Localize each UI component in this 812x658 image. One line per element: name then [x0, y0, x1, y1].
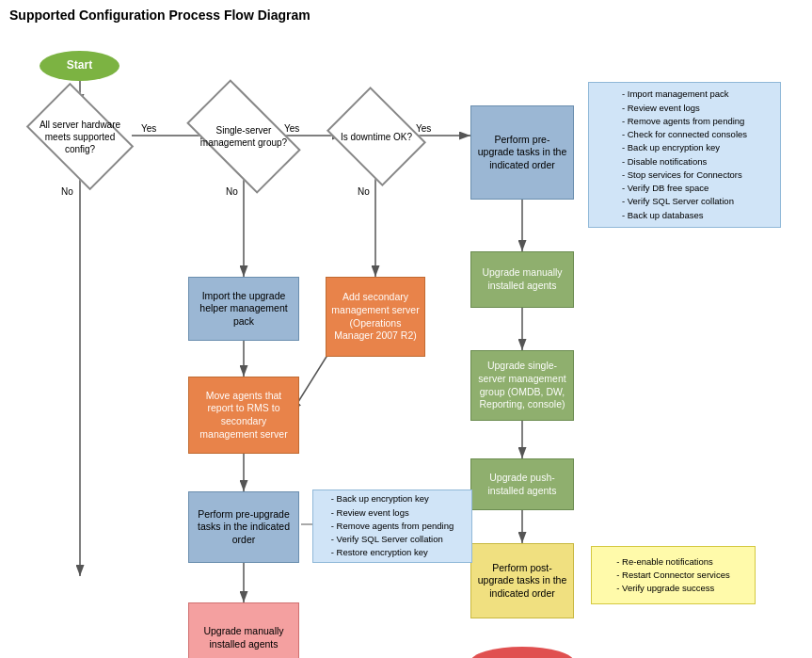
flow-area: Yes No Yes No Yes No: [9, 30, 803, 642]
perform-pre-right-shape: Perform pre-upgrade tasks in the indicat…: [470, 105, 574, 200]
move-agents-shape: Move agents that report to RMS to second…: [188, 377, 299, 454]
diagram-container: Supported Configuration Process Flow Dia…: [0, 0, 812, 658]
diagram-title: Supported Configuration Process Flow Dia…: [9, 8, 803, 23]
diamond2-shape: Single-server management group?: [194, 105, 294, 168]
svg-text:No: No: [61, 186, 73, 197]
start-shape: Start: [40, 51, 119, 81]
svg-text:No: No: [358, 186, 370, 197]
callout-post-text: - Re-enable notifications - Restart Conn…: [616, 555, 729, 596]
callout-left-shape: - Back up encryption key - Review event …: [312, 489, 472, 563]
callout-post-shape: - Re-enable notifications - Restart Conn…: [591, 546, 756, 604]
svg-text:No: No: [226, 186, 238, 197]
callout-right-shape: - Import management pack - Review event …: [588, 82, 781, 228]
continue-oval-shape: Continue: [470, 647, 574, 658]
upgrade-manually-left-shape: Upgrade manually installed agents: [188, 602, 299, 658]
upgrade-push-shape: Upgrade push-installed agents: [470, 458, 574, 510]
perform-post-shape: Perform post-upgrade tasks in the indica…: [470, 543, 574, 618]
diamond1-shape: All server hardware meets supported conf…: [35, 105, 125, 168]
svg-text:Yes: Yes: [416, 123, 431, 134]
import-pack-shape: Import the upgrade helper management pac…: [188, 277, 299, 341]
upgrade-manually-right-shape: Upgrade manually installed agents: [470, 251, 574, 308]
callout-right-text: - Import management pack - Review event …: [622, 88, 747, 222]
callout-left-text: - Back up encryption key - Review event …: [331, 492, 454, 559]
svg-text:Yes: Yes: [141, 123, 156, 134]
upgrade-single-shape: Upgrade single-server management group (…: [470, 350, 574, 421]
diamond3-shape: Is downtime OK?: [337, 105, 416, 168]
perform-pre-left-shape: Perform pre-upgrade tasks in the indicat…: [188, 491, 299, 563]
add-secondary-shape: Add secondary management server (Operati…: [326, 277, 425, 357]
